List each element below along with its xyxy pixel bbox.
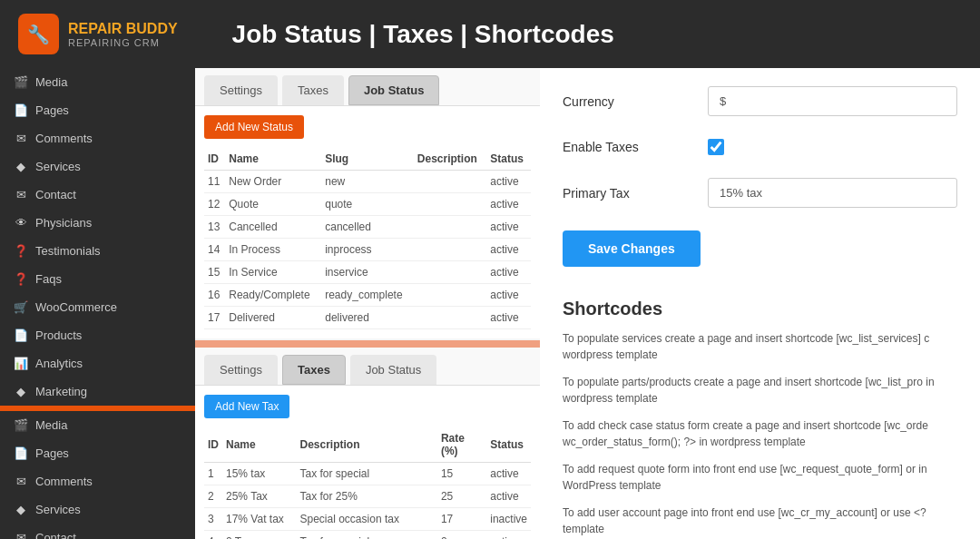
logo-line1: REPAIR BUDDY <box>68 21 178 37</box>
sidebar-item-comments[interactable]: ✉ Comments <box>0 124 195 152</box>
bottom-tabs-bar: Settings Taxes Job Status <box>195 348 540 386</box>
sidebar-item-woocommerce[interactable]: 🛒 WooCommerce <box>0 293 195 321</box>
cell-description: Special occasion tax <box>297 508 437 531</box>
cell-rate: 17 <box>437 508 486 531</box>
sidebar-item-media2[interactable]: 🎬 Media <box>0 411 195 439</box>
primary-tax-input[interactable] <box>708 178 957 208</box>
sidebar-item-contact2[interactable]: ✉ Contact <box>0 524 195 539</box>
page-title: Job Status | Taxes | Shortcodes <box>232 20 614 49</box>
sidebar-item-analytics[interactable]: 📊 Analytics <box>0 349 195 377</box>
sidebar-item-marketing[interactable]: ◆ Marketing <box>0 377 195 406</box>
sidebar-item-products[interactable]: 📄 Products <box>0 321 195 349</box>
col-status: Status <box>486 148 531 171</box>
sidebar-item-services2[interactable]: ◆ Services <box>0 495 195 524</box>
tab-taxes-top[interactable]: Taxes <box>282 75 344 105</box>
sidebar-label-comments2: Comments <box>35 475 93 488</box>
cell-description <box>414 284 487 307</box>
tab-job-status-top[interactable]: Job Status <box>348 75 439 105</box>
taxes-table: ID Name Description Rate (%) Status 1 15… <box>204 427 531 539</box>
cell-status: active <box>486 239 531 261</box>
cell-name: 0 Tax <box>222 531 297 540</box>
sidebar-item-pages[interactable]: 📄 Pages <box>0 96 195 124</box>
sidebar-item-comments2[interactable]: ✉ Comments <box>0 467 195 495</box>
comments2-icon: ✉ <box>14 475 28 488</box>
add-new-tax-button[interactable]: Add New Tax <box>204 395 289 418</box>
cell-description <box>414 239 487 261</box>
sidebar-label-testimonials: Testimonials <box>35 244 101 258</box>
shortcode-item: To populate services create a page and i… <box>563 330 957 363</box>
table-row: 2 25% Tax Tax for 25% 25 active <box>204 485 531 508</box>
tab-taxes-bottom[interactable]: Taxes <box>282 355 346 385</box>
table-row: 4 0 Tax Tax for special 0 active <box>204 531 531 540</box>
save-changes-button[interactable]: Save Changes <box>563 230 701 267</box>
job-status-body: Add New Status ID Name Slug Description … <box>195 106 540 338</box>
services2-icon: ◆ <box>14 503 28 516</box>
comments-icon: ✉ <box>14 132 28 145</box>
tab-job-status-bottom[interactable]: Job Status <box>350 355 436 385</box>
cell-description <box>414 261 487 284</box>
sidebar-item-physicians[interactable]: 👁 Physicians <box>0 209 195 237</box>
sidebar-label-marketing: Marketing <box>35 385 87 398</box>
col-description: Description <box>414 148 487 171</box>
cell-name: Cancelled <box>225 216 321 239</box>
pages-icon: 📄 <box>14 103 28 117</box>
sidebar-item-testimonials[interactable]: ❓ Testimonials <box>0 237 195 265</box>
cell-description <box>414 193 487 216</box>
tab-settings-bottom[interactable]: Settings <box>204 355 278 385</box>
primary-tax-row: Primary Tax <box>563 178 957 208</box>
logo-icon: 🔧 <box>18 14 59 54</box>
sidebar-item-services[interactable]: ◆ Services <box>0 152 195 181</box>
sidebar-label-faqs: Faqs <box>35 272 62 286</box>
sidebar-label-analytics: Analytics <box>35 357 83 370</box>
sidebar-label-comments: Comments <box>35 132 93 145</box>
col-tax-status: Status <box>486 427 531 463</box>
logo: 🔧 REPAIR BUDDY REPAIRING CRM <box>18 14 178 54</box>
enable-taxes-label: Enable Taxes <box>563 140 690 154</box>
currency-label: Currency <box>563 94 690 109</box>
cell-status: active <box>486 171 531 193</box>
products-icon: 📄 <box>14 328 28 342</box>
sidebar-label-contact2: Contact <box>35 531 76 539</box>
faqs-icon: ❓ <box>14 272 28 286</box>
cell-id: 17 <box>204 307 225 329</box>
cell-name: 15% tax <box>222 463 297 485</box>
cell-id: 3 <box>204 508 222 531</box>
sidebar-item-contact[interactable]: ✉ Contact <box>0 181 195 209</box>
table-row: 12 Quote quote active <box>204 193 531 216</box>
cell-status: active <box>486 193 531 216</box>
cell-rate: 0 <box>437 531 486 540</box>
cell-slug: delivered <box>321 307 414 329</box>
currency-input[interactable] <box>708 86 957 116</box>
cell-status: active <box>486 485 531 508</box>
main-layout: 🎬 Media 📄 Pages ✉ Comments ◆ Services ✉ … <box>0 68 980 539</box>
sidebar-item-faqs[interactable]: ❓ Faqs <box>0 265 195 293</box>
cell-id: 1 <box>204 463 222 485</box>
header: 🔧 REPAIR BUDDY REPAIRING CRM Job Status … <box>0 0 980 68</box>
sidebar-label-media2: Media <box>35 418 67 432</box>
woocommerce-icon: 🛒 <box>14 300 28 314</box>
enable-taxes-row: Enable Taxes <box>563 139 957 155</box>
contact-icon: ✉ <box>14 188 28 201</box>
contact2-icon: ✉ <box>14 531 28 539</box>
cell-name: 25% Tax <box>222 485 297 508</box>
tab-settings-top[interactable]: Settings <box>204 75 278 105</box>
sidebar: 🎬 Media 📄 Pages ✉ Comments ◆ Services ✉ … <box>0 68 195 539</box>
analytics-icon: 📊 <box>14 357 28 370</box>
sidebar-item-media[interactable]: 🎬 Media <box>0 68 195 96</box>
sidebar-item-pages2[interactable]: 📄 Pages <box>0 439 195 467</box>
pages2-icon: 📄 <box>14 446 28 460</box>
cell-name: New Order <box>225 171 321 193</box>
testimonials-icon: ❓ <box>14 244 28 258</box>
top-tabs-bar: Settings Taxes Job Status <box>195 68 540 106</box>
right-panel: Currency Enable Taxes Primary Tax Save C… <box>540 68 980 539</box>
table-row: 16 Ready/Complete ready_complete active <box>204 284 531 307</box>
cell-status: active <box>486 284 531 307</box>
enable-taxes-checkbox[interactable] <box>708 139 724 155</box>
add-new-status-button[interactable]: Add New Status <box>204 115 304 139</box>
cell-description: Tax for special <box>297 463 437 485</box>
cell-status: active <box>486 463 531 485</box>
job-status-panel: Settings Taxes Job Status Add New Status… <box>195 68 540 338</box>
cell-description: Tax for 25% <box>297 485 437 508</box>
cell-id: 11 <box>204 171 225 193</box>
col-id: ID <box>204 148 225 171</box>
